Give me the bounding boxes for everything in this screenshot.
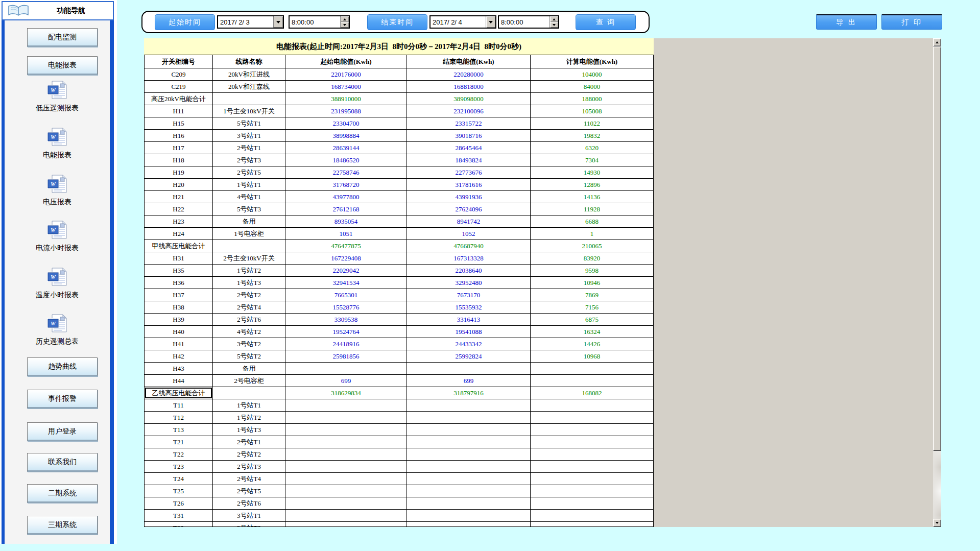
- cell-start-value[interactable]: [285, 412, 407, 424]
- cell-cabinet-id[interactable]: H23: [145, 215, 213, 228]
- cell-line-name[interactable]: 5号站T1: [213, 117, 285, 130]
- cell-cabinet-id[interactable]: H15: [145, 117, 213, 130]
- cell-line-name[interactable]: [213, 387, 285, 399]
- scroll-down-button[interactable]: [933, 519, 941, 527]
- cell-end-value[interactable]: 699: [407, 375, 531, 387]
- cell-start-value[interactable]: 167229408: [285, 252, 407, 265]
- cell-end-value[interactable]: 27624096: [407, 203, 531, 215]
- cell-line-name[interactable]: 3号站T2: [213, 338, 285, 350]
- sidebar-button[interactable]: 二期系统: [27, 484, 98, 503]
- cell-end-value[interactable]: 19541088: [407, 326, 531, 338]
- cell-start-value[interactable]: 19524764: [285, 326, 407, 338]
- sidebar-button[interactable]: 事件报警: [27, 390, 98, 409]
- cell-start-value[interactable]: [285, 485, 407, 497]
- cell-start-value[interactable]: 1051: [285, 228, 407, 240]
- cell-line-name[interactable]: 4号站T1: [213, 191, 285, 203]
- cell-calc-value[interactable]: [531, 497, 653, 510]
- cell-cabinet-id[interactable]: H41: [145, 338, 213, 350]
- cell-calc-value[interactable]: 188000: [531, 93, 653, 105]
- cell-cabinet-id[interactable]: H37: [145, 289, 213, 301]
- cell-cabinet-id[interactable]: H42: [145, 350, 213, 363]
- cell-cabinet-id[interactable]: H31: [145, 252, 213, 265]
- cell-calc-value[interactable]: [531, 448, 653, 461]
- cell-line-name[interactable]: 5号站T2: [213, 350, 285, 363]
- cell-line-name[interactable]: 3号站T1: [213, 130, 285, 142]
- cell-cabinet-id[interactable]: H22: [145, 203, 213, 215]
- cell-calc-value[interactable]: 19832: [531, 130, 653, 142]
- cell-end-value[interactable]: [407, 522, 531, 527]
- cell-start-value[interactable]: [285, 522, 407, 527]
- cell-cabinet-id[interactable]: H44: [145, 375, 213, 387]
- cell-cabinet-id[interactable]: H38: [145, 301, 213, 314]
- cell-calc-value[interactable]: [531, 363, 653, 375]
- cell-cabinet-id[interactable]: H19: [145, 166, 213, 179]
- cell-end-value[interactable]: 15535932: [407, 301, 531, 314]
- cell-cabinet-id[interactable]: T25: [145, 485, 213, 497]
- cell-start-value[interactable]: 38998884: [285, 130, 407, 142]
- cell-calc-value[interactable]: [531, 473, 653, 485]
- cell-end-value[interactable]: [407, 510, 531, 522]
- cell-cabinet-id[interactable]: T31: [145, 510, 213, 522]
- cell-start-value[interactable]: 28639144: [285, 142, 407, 154]
- cell-calc-value[interactable]: 16324: [531, 326, 653, 338]
- sidebar-button[interactable]: 三期系统: [27, 516, 98, 535]
- cell-cabinet-id[interactable]: H21: [145, 191, 213, 203]
- cell-calc-value[interactable]: 83920: [531, 252, 653, 265]
- scrollbar-thumb[interactable]: [933, 46, 941, 451]
- cell-calc-value[interactable]: 14426: [531, 338, 653, 350]
- cell-cabinet-id[interactable]: T24: [145, 473, 213, 485]
- cell-line-name[interactable]: 1号站T3: [213, 424, 285, 436]
- cell-start-value[interactable]: [285, 473, 407, 485]
- cell-calc-value[interactable]: 7156: [531, 301, 653, 314]
- cell-end-value[interactable]: 23315722: [407, 117, 531, 130]
- cell-cabinet-id[interactable]: H18: [145, 154, 213, 166]
- cell-cabinet-id[interactable]: 高压20kV电能合计: [145, 93, 213, 105]
- cell-start-value[interactable]: 168734000: [285, 81, 407, 93]
- cell-calc-value[interactable]: 84000: [531, 81, 653, 93]
- cell-start-value[interactable]: 699: [285, 375, 407, 387]
- cell-end-value[interactable]: [407, 461, 531, 473]
- cell-end-value[interactable]: 43991936: [407, 191, 531, 203]
- cell-line-name[interactable]: 2号站T3: [213, 461, 285, 473]
- cell-line-name[interactable]: 2号站T6: [213, 497, 285, 510]
- cell-end-value[interactable]: 3316413: [407, 314, 531, 326]
- cell-cabinet-id[interactable]: T12: [145, 412, 213, 424]
- cell-line-name[interactable]: 2号站T4: [213, 473, 285, 485]
- cell-start-value[interactable]: [285, 399, 407, 412]
- cell-start-value[interactable]: 24418916: [285, 338, 407, 350]
- cell-line-name[interactable]: 20kV和江森线: [213, 81, 285, 93]
- cell-line-name[interactable]: 2号站T4: [213, 301, 285, 314]
- cell-calc-value[interactable]: [531, 522, 653, 527]
- cell-end-value[interactable]: 1052: [407, 228, 531, 240]
- start-time-button[interactable]: 起始时间: [155, 14, 215, 30]
- sidebar-report-item[interactable]: W 历史遥测总表: [5, 314, 110, 346]
- cell-start-value[interactable]: 15528776: [285, 301, 407, 314]
- cell-end-value[interactable]: [407, 399, 531, 412]
- cell-start-value[interactable]: [285, 363, 407, 375]
- sidebar-report-item[interactable]: W 电压报表: [5, 175, 110, 207]
- cell-end-value[interactable]: 389098000: [407, 93, 531, 105]
- cell-start-value[interactable]: 3309538: [285, 314, 407, 326]
- cell-calc-value[interactable]: 104000: [531, 68, 653, 81]
- cell-start-value[interactable]: 43977800: [285, 191, 407, 203]
- cell-start-value[interactable]: 27612168: [285, 203, 407, 215]
- end-time-button[interactable]: 结束时间: [367, 14, 427, 30]
- sidebar-report-item[interactable]: W 温度小时报表: [5, 268, 110, 300]
- cell-start-value[interactable]: [285, 436, 407, 448]
- scroll-up-button[interactable]: [933, 38, 941, 46]
- cell-line-name[interactable]: 1号主变10kV开关: [213, 105, 285, 117]
- cell-calc-value[interactable]: 11022: [531, 117, 653, 130]
- cell-line-name[interactable]: 2号站T3: [213, 154, 285, 166]
- cell-cabinet-id[interactable]: T32: [145, 522, 213, 527]
- sidebar-report-item[interactable]: W 电流小时报表: [5, 221, 110, 253]
- cell-cabinet-id[interactable]: H36: [145, 277, 213, 289]
- cell-end-value[interactable]: [407, 473, 531, 485]
- cell-calc-value[interactable]: 14930: [531, 166, 653, 179]
- cell-cabinet-id[interactable]: 甲线高压电能合计: [145, 240, 213, 252]
- cell-calc-value[interactable]: 6688: [531, 215, 653, 228]
- cell-end-value[interactable]: 7673170: [407, 289, 531, 301]
- end-date-dropdown-button[interactable]: [486, 16, 495, 28]
- cell-start-value[interactable]: 32941534: [285, 277, 407, 289]
- cell-line-name[interactable]: 2号站T6: [213, 314, 285, 326]
- query-button[interactable]: 查 询: [576, 14, 636, 30]
